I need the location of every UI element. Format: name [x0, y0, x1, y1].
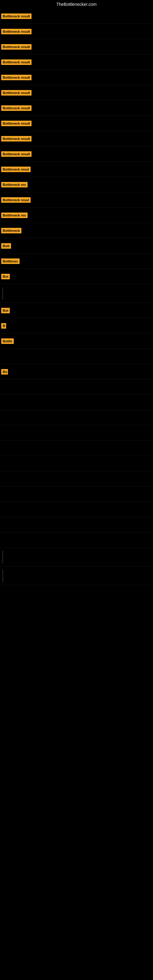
bottleneck-badge: Bottleneck result: [1, 90, 32, 95]
list-item: Bottleneck result: [0, 85, 153, 100]
bottleneck-badge: Bottleneck result: [1, 29, 32, 34]
bottleneck-badge: Bottleneck res: [1, 213, 27, 218]
list-item: [0, 502, 153, 517]
vertical-line: [2, 551, 3, 563]
list-item: [0, 284, 153, 303]
site-title: TheBottlenecker.com: [0, 0, 153, 9]
list-item: Bottleneck res: [0, 177, 153, 192]
list-item: [0, 487, 153, 502]
list-item: [0, 349, 153, 364]
bottleneck-badge: Bottleneck result: [1, 59, 32, 65]
bottleneck-badge: Bottle: [1, 339, 14, 344]
list-item: [0, 441, 153, 456]
bottleneck-badge: Bottleneck result: [1, 151, 32, 157]
list-item: [0, 425, 153, 441]
list-item: [0, 379, 153, 395]
vertical-line: [2, 570, 3, 582]
list-item: Bottlenec: [0, 254, 153, 269]
bottleneck-badge: Bottleneck resul: [1, 167, 30, 172]
bottleneck-badge: Bottleneck resul: [1, 197, 30, 203]
bottleneck-badge: Bottleneck: [1, 228, 21, 233]
list-item: Bottleneck result: [0, 24, 153, 39]
list-item: Bottleneck result: [0, 131, 153, 146]
bottleneck-badge: Bot: [1, 274, 10, 279]
bottleneck-badge: Bo: [1, 369, 8, 375]
list-item: Bottleneck resul: [0, 192, 153, 208]
list-item: Bottleneck resul: [0, 162, 153, 177]
list-item: Bott: [0, 238, 153, 254]
bottleneck-badge: Bottlenec: [1, 258, 19, 264]
list-item: Bottleneck result: [0, 9, 153, 24]
list-item: Bottleneck result: [0, 39, 153, 54]
bottleneck-badge: Bottleneck result: [1, 75, 32, 80]
list-item: [0, 517, 153, 533]
bottleneck-badge: Bottleneck result: [1, 136, 32, 142]
list-item: Bottleneck res: [0, 208, 153, 223]
list-item: [0, 566, 153, 585]
bottleneck-badge: Bott: [1, 243, 11, 249]
list-item: Bottleneck result: [0, 70, 153, 85]
bottleneck-badge: Bottleneck result: [1, 121, 32, 126]
bottleneck-badge: B: [1, 323, 6, 329]
list-item: Bottleneck result: [0, 116, 153, 131]
list-item: Bot: [0, 303, 153, 318]
list-item: [0, 410, 153, 425]
list-item: Bo: [0, 364, 153, 379]
list-item: Bottleneck: [0, 223, 153, 238]
bottleneck-badge: Bottleneck result: [1, 105, 32, 111]
list-item: Bot: [0, 269, 153, 284]
vertical-line: [2, 287, 3, 299]
bottleneck-badge: Bot: [1, 308, 10, 313]
bottleneck-badge: Bottleneck res: [1, 182, 27, 188]
list-item: Bottle: [0, 334, 153, 349]
list-item: [0, 471, 153, 487]
list-item: [0, 395, 153, 410]
bottleneck-badge: Bottleneck result: [1, 44, 32, 49]
list-item: [0, 548, 153, 566]
list-item: Bottleneck result: [0, 146, 153, 162]
list-item: [0, 456, 153, 471]
list-item: Bottleneck result: [0, 100, 153, 116]
list-item: B: [0, 318, 153, 334]
bottleneck-badge: Bottleneck result: [1, 13, 32, 19]
list-item: Bottleneck result: [0, 54, 153, 70]
list-item: [0, 533, 153, 548]
